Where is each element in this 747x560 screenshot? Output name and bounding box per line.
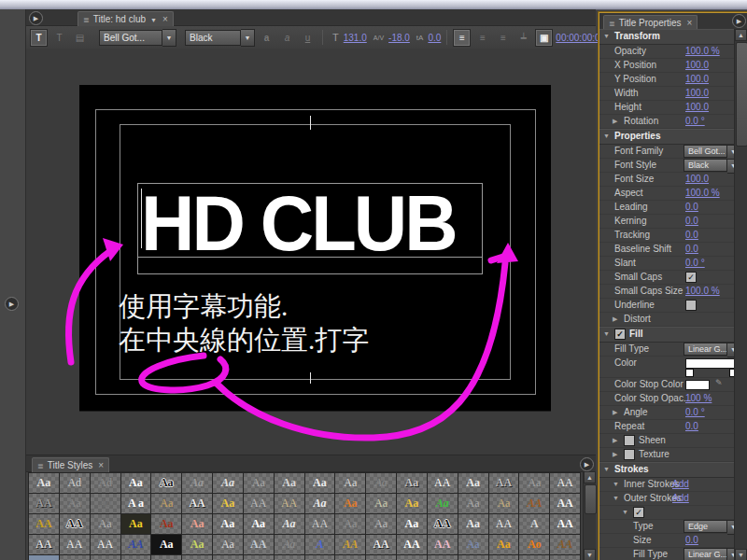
style-swatch[interactable]: AA bbox=[244, 494, 274, 513]
font-family-value[interactable]: Bell Got... bbox=[99, 30, 162, 46]
style-swatch[interactable]: Aa bbox=[275, 555, 304, 560]
prop-dropdown[interactable]: Linear G...▼ bbox=[684, 548, 735, 560]
prop-value[interactable]: 0.0 bbox=[685, 244, 698, 254]
prop-value[interactable]: 100.0 % bbox=[685, 46, 720, 56]
style-swatch[interactable]: AA bbox=[151, 555, 181, 560]
twirl-icon[interactable]: ▶ bbox=[613, 409, 617, 416]
checkbox[interactable]: ✓ bbox=[633, 507, 644, 518]
style-swatch[interactable]: Aa bbox=[366, 494, 396, 513]
style-swatch[interactable]: Aa bbox=[550, 555, 580, 560]
style-swatch[interactable]: A a bbox=[121, 494, 151, 513]
align-left-button[interactable]: ≡ bbox=[453, 29, 471, 47]
add-stroke-link[interactable]: Add bbox=[672, 493, 689, 503]
style-swatch[interactable]: AA bbox=[182, 494, 212, 513]
twirl-icon[interactable]: ▶ bbox=[613, 437, 617, 444]
style-swatch[interactable]: Aa bbox=[335, 494, 365, 513]
style-swatch[interactable]: AA bbox=[91, 555, 120, 560]
dropdown-value[interactable]: Edge bbox=[684, 520, 727, 533]
font-size-value[interactable]: 131.0 bbox=[344, 33, 367, 43]
style-swatch[interactable]: Aa bbox=[397, 473, 427, 493]
prop-dropdown[interactable]: Edge▼ bbox=[684, 520, 735, 535]
add-stroke-link[interactable]: Add bbox=[672, 479, 689, 489]
scrollbar-thumb[interactable] bbox=[736, 42, 747, 147]
style-swatch[interactable]: AA bbox=[489, 514, 519, 534]
style-swatch[interactable]: Aa bbox=[397, 514, 427, 534]
style-swatch[interactable]: Aa bbox=[366, 514, 396, 534]
prop-dropdown[interactable]: Linear G...▼ bbox=[684, 343, 735, 357]
style-swatch[interactable]: Aa bbox=[60, 494, 90, 513]
twirl-icon[interactable]: ▼ bbox=[613, 481, 619, 487]
style-swatch[interactable]: AA bbox=[428, 514, 458, 534]
show-video-button[interactable]: ▣ bbox=[535, 29, 553, 47]
style-swatch[interactable]: Aa bbox=[151, 494, 181, 513]
prop-value[interactable]: 100.0 bbox=[685, 102, 709, 112]
style-swatch[interactable]: Aa bbox=[213, 535, 243, 554]
style-swatch[interactable]: Aa bbox=[335, 555, 365, 560]
style-swatch[interactable]: Ad bbox=[60, 473, 90, 493]
chevron-down-icon[interactable]: ▼ bbox=[241, 29, 255, 47]
style-swatch[interactable]: AA bbox=[428, 473, 458, 493]
style-swatch[interactable]: AA bbox=[550, 535, 580, 554]
prop-value[interactable]: 0.0 bbox=[685, 535, 698, 545]
type-tool-button[interactable]: T bbox=[30, 29, 48, 47]
style-swatch[interactable]: Aa bbox=[29, 473, 59, 493]
title-text[interactable]: HD CLUB bbox=[141, 185, 456, 262]
style-swatch[interactable]: AA bbox=[60, 535, 90, 554]
style-swatch[interactable]: AA bbox=[29, 494, 59, 513]
style-swatch[interactable]: Aa bbox=[182, 514, 212, 534]
tab-close-icon[interactable]: × bbox=[162, 14, 168, 24]
style-swatch[interactable]: AA bbox=[489, 473, 519, 493]
style-swatch[interactable]: AA bbox=[305, 514, 335, 534]
style-swatch[interactable]: Aa bbox=[428, 494, 458, 513]
prop-value[interactable]: 100.0 bbox=[685, 74, 709, 84]
dropdown-value[interactable]: Linear G... bbox=[684, 343, 727, 356]
scroll-up-icon[interactable]: ▲ bbox=[735, 29, 747, 41]
checkbox[interactable] bbox=[685, 300, 697, 311]
scroll-down-icon[interactable]: ▼ bbox=[735, 549, 747, 560]
style-swatch[interactable]: Aa bbox=[275, 514, 304, 534]
twirl-icon[interactable]: ▼ bbox=[603, 466, 610, 472]
panel-menu-button[interactable]: ▶ bbox=[732, 14, 746, 28]
checkbox[interactable] bbox=[624, 449, 635, 460]
tab-close-icon[interactable]: × bbox=[98, 460, 104, 470]
style-swatch[interactable]: Aa bbox=[91, 514, 120, 534]
dropdown-value[interactable]: Bell Got... bbox=[684, 145, 727, 158]
eyedropper-icon[interactable]: ✎ bbox=[715, 378, 723, 387]
style-swatch[interactable]: AA bbox=[397, 535, 427, 554]
font-family-dropdown[interactable]: Bell Got... ▼ bbox=[99, 29, 176, 47]
style-swatch[interactable]: Aa bbox=[519, 473, 549, 493]
twirl-icon[interactable]: ▼ bbox=[603, 133, 610, 139]
prop-value[interactable]: 0.0 bbox=[685, 202, 698, 212]
style-swatch[interactable]: Aa bbox=[489, 535, 519, 554]
font-style-value[interactable]: Black bbox=[185, 30, 241, 46]
checkbox[interactable]: ✓ bbox=[614, 329, 626, 340]
style-swatch[interactable]: Aa bbox=[335, 514, 365, 534]
tab-title-styles[interactable]: ≣Title Styles× bbox=[32, 457, 109, 472]
style-swatch[interactable]: Aa bbox=[458, 514, 488, 534]
scroll-down-icon[interactable]: ▼ bbox=[584, 549, 596, 560]
style-swatch[interactable]: Aa bbox=[244, 514, 274, 534]
style-swatch[interactable]: A bbox=[305, 535, 335, 554]
twirl-icon[interactable]: ▼ bbox=[613, 495, 619, 501]
style-swatch[interactable]: AA bbox=[458, 555, 488, 560]
style-swatch[interactable]: AA bbox=[305, 555, 335, 560]
align-right-button[interactable]: ≡ bbox=[494, 29, 512, 47]
style-swatch[interactable]: AA bbox=[29, 535, 59, 554]
tab-title-properties[interactable]: ≣Title Properties× bbox=[603, 15, 698, 30]
style-swatch[interactable]: AA bbox=[60, 514, 90, 534]
checkbox[interactable]: ✓ bbox=[685, 272, 697, 283]
prop-value[interactable]: 100 % bbox=[685, 393, 712, 403]
style-swatch[interactable]: Aa bbox=[151, 535, 181, 554]
style-swatch[interactable]: Aa bbox=[458, 494, 488, 513]
style-swatch[interactable]: Aa bbox=[458, 473, 488, 493]
prop-value[interactable]: 0.0 bbox=[685, 216, 698, 226]
prop-dropdown[interactable]: Bell Got...▼ bbox=[684, 145, 735, 160]
twirl-icon[interactable]: ▼ bbox=[603, 330, 610, 337]
style-swatch[interactable]: Aa bbox=[489, 494, 519, 513]
style-swatch[interactable]: Aa bbox=[275, 535, 304, 554]
style-swatch[interactable]: Aa bbox=[121, 555, 151, 560]
prop-value[interactable]: 0.0 bbox=[685, 230, 698, 240]
bold-button[interactable]: a bbox=[258, 29, 275, 47]
style-swatch[interactable]: Aa bbox=[213, 473, 243, 493]
vertical-type-tool-button[interactable]: T bbox=[50, 29, 68, 47]
